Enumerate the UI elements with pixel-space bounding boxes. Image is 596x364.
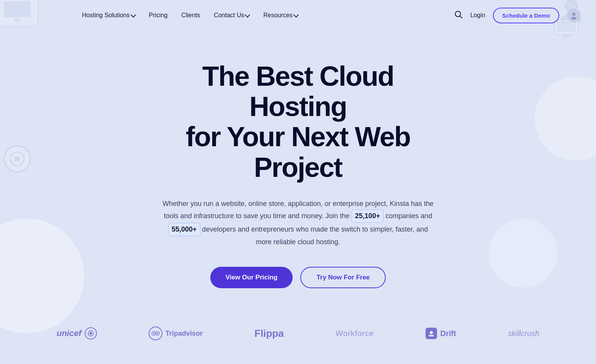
logo-workforce: Workforce: [336, 329, 374, 338]
unicef-icon: unicef: [57, 328, 82, 338]
unicef-logo-icon: [85, 327, 97, 340]
svg-line-8: [460, 16, 462, 18]
client-logos-strip: unicef Tripadvisor Flippa Workforce: [0, 311, 596, 356]
nav-clients[interactable]: Clients: [176, 9, 205, 22]
chevron-down-icon: [130, 12, 136, 17]
search-icon[interactable]: [454, 10, 463, 21]
drift-logo-icon: [426, 328, 437, 339]
logo-drift: Drift: [426, 328, 456, 339]
chevron-down-icon: [293, 12, 299, 17]
nav-right-actions: Login Schedule a Demo: [454, 8, 581, 23]
highlight-developers: 55,000+: [168, 223, 200, 236]
avatar[interactable]: [567, 8, 581, 22]
nav-links: Hosting Solutions Pricing Clients Contac…: [77, 9, 454, 22]
svg-point-10: [571, 17, 576, 20]
hero-subtitle: Whether you run a website, online store,…: [160, 198, 436, 248]
chevron-down-icon: [245, 12, 250, 17]
site-logo[interactable]: [15, 7, 57, 24]
tripadvisor-logo-icon: [149, 326, 162, 340]
navigation: Hosting Solutions Pricing Clients Contac…: [0, 0, 596, 31]
svg-point-19: [430, 331, 433, 334]
login-link[interactable]: Login: [470, 12, 485, 19]
hero-section: The Best Cloud Hosting for Your Next Web…: [0, 31, 596, 311]
svg-rect-20: [429, 335, 434, 336]
logo-skillcrush: skillcrush: [508, 329, 539, 338]
logo-flippa: Flippa: [254, 328, 284, 340]
svg-point-9: [572, 13, 575, 16]
nav-resources[interactable]: Resources: [258, 9, 303, 22]
try-free-button[interactable]: Try Now For Free: [300, 267, 386, 288]
nav-pricing[interactable]: Pricing: [144, 9, 173, 22]
hero-title: The Best Cloud Hosting for Your Next Web…: [154, 61, 442, 183]
nav-hosting-solutions[interactable]: Hosting Solutions: [77, 9, 141, 22]
logo-tripadvisor: Tripadvisor: [149, 326, 203, 340]
logo-unicef: unicef: [57, 327, 97, 340]
svg-point-18: [157, 333, 158, 334]
view-pricing-button[interactable]: View Our Pricing: [210, 267, 293, 288]
schedule-demo-button[interactable]: Schedule a Demo: [493, 8, 559, 23]
nav-contact-us[interactable]: Contact Us: [208, 9, 255, 22]
hero-cta-buttons: View Our Pricing Try Now For Free: [210, 267, 386, 288]
highlight-companies: 25,100+: [352, 209, 384, 223]
svg-point-17: [153, 333, 154, 334]
